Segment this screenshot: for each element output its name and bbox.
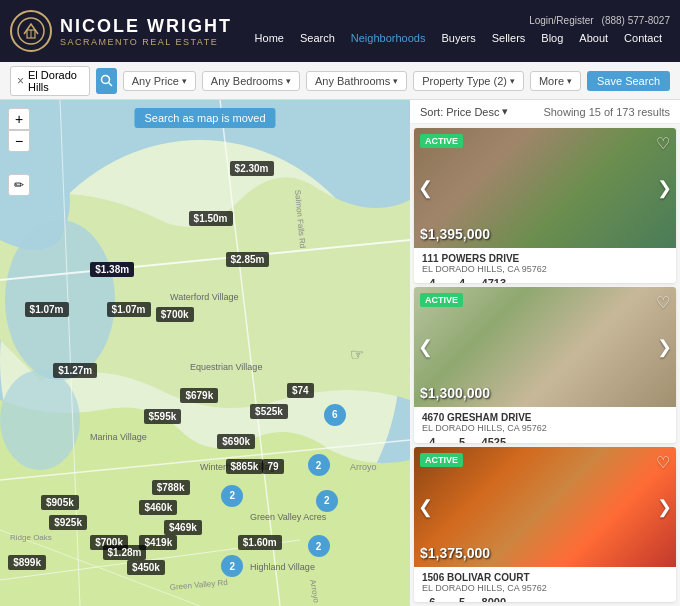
- listing-address: 1506 BOLIVAR COURT: [422, 572, 668, 583]
- prev-image-button[interactable]: ❮: [418, 496, 433, 518]
- listing-image: ACTIVE ♡ ❮ ❯ $1,395,000: [414, 128, 676, 248]
- price-label[interactable]: $899k: [8, 555, 46, 570]
- sqft-value: 4525: [482, 436, 506, 442]
- nav-about[interactable]: About: [571, 28, 616, 48]
- price-label-selected[interactable]: $1.38m: [90, 262, 134, 277]
- price-label[interactable]: $74: [287, 383, 314, 398]
- price-label[interactable]: 79: [262, 459, 283, 474]
- prev-image-button[interactable]: ❮: [418, 336, 433, 358]
- price-label[interactable]: $865k: [226, 459, 264, 474]
- remove-location[interactable]: ×: [17, 74, 24, 88]
- favorite-icon[interactable]: ♡: [656, 134, 670, 153]
- price-label[interactable]: $1.60m: [238, 535, 282, 550]
- favorite-icon[interactable]: ♡: [656, 453, 670, 472]
- nav-home[interactable]: Home: [247, 28, 292, 48]
- logo-icon: [10, 10, 52, 52]
- baths-value: 4: [459, 277, 465, 283]
- beds-stat: 4 Beds: [422, 436, 443, 442]
- next-image-button[interactable]: ❯: [657, 177, 672, 199]
- price-label[interactable]: $788k: [152, 480, 190, 495]
- nav-search[interactable]: Search: [292, 28, 343, 48]
- price-label[interactable]: $469k: [164, 520, 202, 535]
- beds-stat: 4 Beds: [422, 277, 443, 283]
- map-svg: Waterford Village Equestrian Village Mar…: [0, 100, 410, 606]
- bedrooms-filter[interactable]: Any Bedrooms ▾: [202, 71, 300, 91]
- price-label[interactable]: $1.27m: [53, 363, 97, 378]
- listing-city: EL DORADO HILLS, CA 95762: [422, 423, 668, 433]
- svg-text:Green Valley Acres: Green Valley Acres: [250, 512, 327, 522]
- bathrooms-filter[interactable]: Any Bathrooms ▾: [306, 71, 407, 91]
- price-label[interactable]: $700k: [156, 307, 194, 322]
- price-label[interactable]: $1.50m: [189, 211, 233, 226]
- sqft-stat: 4713 Sq.Ft.: [482, 277, 506, 283]
- price-label[interactable]: $1.07m: [25, 302, 69, 317]
- save-search-button[interactable]: Save Search: [587, 71, 670, 91]
- cluster-6[interactable]: 6: [324, 404, 346, 426]
- price-label[interactable]: $2.85m: [226, 252, 270, 267]
- nav-buyers[interactable]: Buyers: [433, 28, 483, 48]
- baths-value: 5: [459, 436, 465, 442]
- listing-info: 4670 GRESHAM DRIVE EL DORADO HILLS, CA 9…: [414, 407, 676, 442]
- sqft-value: 8000: [482, 596, 506, 602]
- listing-card[interactable]: ACTIVE ♡ ❮ ❯ $1,375,000 1506 BOLIVAR COU…: [414, 447, 676, 602]
- listing-card[interactable]: ACTIVE ♡ ❮ ❯ $1,395,000 111 POWERS DRIVE…: [414, 128, 676, 283]
- listing-info: 111 POWERS DRIVE EL DORADO HILLS, CA 957…: [414, 248, 676, 283]
- svg-point-3: [101, 76, 109, 84]
- price-filter[interactable]: Any Price ▾: [123, 71, 196, 91]
- sort-arrow-icon: ▾: [502, 105, 508, 118]
- cluster-2[interactable]: 2: [308, 454, 330, 476]
- draw-tool-button[interactable]: ✏: [8, 174, 30, 196]
- sort-button[interactable]: Sort: Price Desc ▾: [420, 105, 508, 118]
- price-label[interactable]: $925k: [49, 515, 87, 530]
- next-image-button[interactable]: ❯: [657, 496, 672, 518]
- favorite-icon[interactable]: ♡: [656, 293, 670, 312]
- svg-text:Arroyo: Arroyo: [350, 462, 377, 472]
- prev-image-button[interactable]: ❮: [418, 177, 433, 199]
- price-label[interactable]: $1.07m: [107, 302, 151, 317]
- price-label[interactable]: $460k: [139, 500, 177, 515]
- header-top-links: Login/Register (888) 577-8027: [529, 15, 670, 26]
- nav-neighborhoods[interactable]: Neighborhoods: [343, 28, 434, 48]
- svg-point-7: [0, 370, 80, 470]
- zoom-out-button[interactable]: −: [8, 130, 30, 152]
- cluster-2[interactable]: 2: [308, 535, 330, 557]
- svg-text:☞: ☞: [350, 346, 364, 363]
- phone-number: (888) 577-8027: [602, 15, 670, 26]
- zoom-in-button[interactable]: +: [8, 108, 30, 130]
- listing-image: ACTIVE ♡ ❮ ❯ $1,300,000: [414, 287, 676, 407]
- price-label[interactable]: $525k: [250, 404, 288, 419]
- login-link[interactable]: Login/Register: [529, 15, 593, 26]
- active-badge: ACTIVE: [420, 293, 463, 307]
- property-type-filter[interactable]: Property Type (2) ▾: [413, 71, 524, 91]
- nav-sellers[interactable]: Sellers: [484, 28, 534, 48]
- search-button[interactable]: [96, 68, 117, 94]
- beds-stat: 6 Beds: [422, 596, 443, 602]
- logo-name: NICOLE WRIGHT: [60, 16, 232, 37]
- price-label[interactable]: $905k: [41, 495, 79, 510]
- more-filter[interactable]: More ▾: [530, 71, 581, 91]
- logo-area: NICOLE WRIGHT SACRAMENTO REAL ESTATE: [10, 10, 232, 52]
- listing-price-overlay: $1,375,000: [420, 545, 490, 561]
- price-label[interactable]: $2.30m: [230, 161, 274, 176]
- price-label[interactable]: $1.28m: [103, 545, 147, 560]
- cluster-2[interactable]: 2: [221, 485, 243, 507]
- svg-text:Marina Village: Marina Village: [90, 432, 147, 442]
- nav-blog[interactable]: Blog: [533, 28, 571, 48]
- price-label[interactable]: $679k: [180, 388, 218, 403]
- listings-scroll: ACTIVE ♡ ❮ ❯ $1,395,000 111 POWERS DRIVE…: [410, 124, 680, 606]
- main-nav: Home Search Neighborhoods Buyers Sellers…: [247, 28, 670, 48]
- beds-value: 4: [429, 436, 435, 442]
- search-as-moved-button[interactable]: Search as map is moved: [134, 108, 275, 128]
- price-label[interactable]: $595k: [144, 409, 182, 424]
- price-label[interactable]: $450k: [127, 560, 165, 575]
- next-image-button[interactable]: ❯: [657, 336, 672, 358]
- listing-card[interactable]: ACTIVE ♡ ❮ ❯ $1,300,000 4670 GRESHAM DRI…: [414, 287, 676, 442]
- price-label[interactable]: $690k: [217, 434, 255, 449]
- map-container: Waterford Village Equestrian Village Mar…: [0, 100, 410, 606]
- listings-header: Sort: Price Desc ▾ Showing 15 of 173 res…: [410, 100, 680, 124]
- beds-value: 6: [429, 596, 435, 602]
- nav-contact[interactable]: Contact: [616, 28, 670, 48]
- cluster-2[interactable]: 2: [316, 490, 338, 512]
- listing-info: 1506 BOLIVAR COURT EL DORADO HILLS, CA 9…: [414, 567, 676, 602]
- header: NICOLE WRIGHT SACRAMENTO REAL ESTATE Log…: [0, 0, 680, 62]
